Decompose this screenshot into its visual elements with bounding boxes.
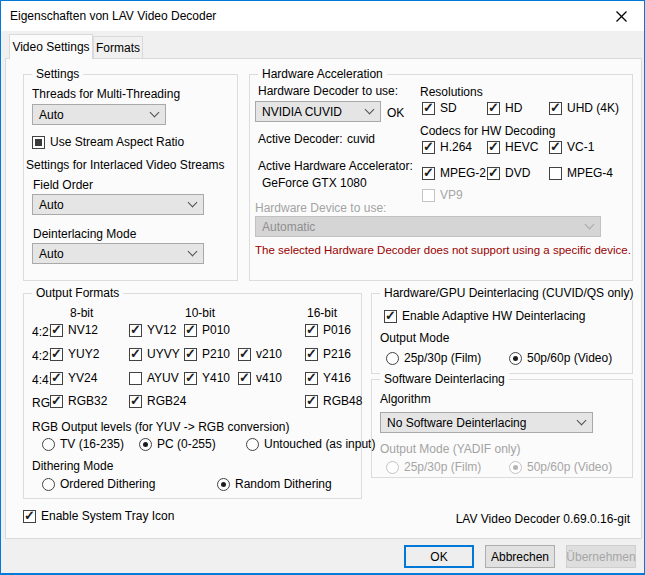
enable-adaptive-hw-deinterlacing-checkbox[interactable]: Enable Adaptive HW Deinterlacing: [384, 309, 585, 323]
random-dithering-radio[interactable]: Random Dithering: [217, 477, 332, 491]
resolutions-label: Resolutions: [420, 85, 483, 99]
checkbox-label: HD: [505, 101, 522, 115]
rgb-level-untouched-radio[interactable]: Untouched (as input): [246, 437, 375, 451]
interlaced-heading: Settings for Interlaced Video Streams: [26, 158, 225, 172]
format-v210-checkbox[interactable]: v210: [238, 347, 282, 361]
checkbox-icon: [50, 372, 63, 385]
checkbox-label: VC-1: [567, 140, 594, 154]
checkbox-label: H.264: [440, 140, 472, 154]
yadif-output-mode-label: Output Mode (YADIF only): [380, 442, 521, 456]
cancel-button[interactable]: Abbrechen: [485, 545, 555, 568]
codec-vp9-checkbox: VP9: [422, 188, 463, 202]
format-yuy2-checkbox[interactable]: YUY2: [50, 347, 99, 361]
resolution-sd-checkbox[interactable]: SD: [422, 101, 457, 115]
checkbox-icon: [549, 141, 562, 154]
radio-label: Ordered Dithering: [60, 477, 155, 491]
codec-h264-checkbox[interactable]: H.264: [422, 140, 472, 154]
field-order-label: Field Order: [33, 178, 93, 192]
format-uyvy-checkbox[interactable]: UYVY: [129, 347, 180, 361]
checkbox-label: YV12: [147, 323, 176, 337]
algorithm-combobox[interactable]: No Software Deinterlacing: [380, 412, 593, 433]
checkbox-icon: [384, 310, 397, 323]
format-yv12-checkbox[interactable]: YV12: [129, 323, 176, 337]
checkbox-label: Use Stream Aspect Ratio: [50, 135, 184, 149]
ordered-dithering-radio[interactable]: Ordered Dithering: [42, 477, 155, 491]
format-y410-checkbox[interactable]: Y410: [184, 371, 230, 385]
checkbox-label: P210: [202, 347, 230, 361]
use-stream-aspect-ratio-checkbox[interactable]: Use Stream Aspect Ratio: [32, 135, 184, 149]
checkbox-icon: [129, 324, 142, 337]
checkbox-label: v410: [256, 371, 282, 385]
format-v410-checkbox[interactable]: v410: [238, 371, 282, 385]
col-header-8bit: 8-bit: [70, 306, 93, 320]
radio-icon: [139, 438, 152, 451]
checkbox-icon: [129, 372, 142, 385]
active-accelerator-value: GeForce GTX 1080: [262, 176, 367, 190]
codec-mpeg2-checkbox[interactable]: MPEG-2: [422, 166, 486, 180]
tab-formats[interactable]: Formats: [93, 36, 143, 59]
format-rgb32-checkbox[interactable]: RGB32: [50, 394, 107, 408]
tab-video-settings[interactable]: Video Settings: [9, 34, 93, 59]
hw-output-mode-label: Output Mode: [380, 331, 449, 345]
checkbox-icon: [32, 136, 45, 149]
rgb-level-tv-radio[interactable]: TV (16-235): [42, 437, 124, 451]
radio-icon: [509, 461, 522, 474]
chevron-down-icon: [188, 247, 198, 257]
close-button[interactable]: [599, 1, 644, 31]
deinterlacing-mode-label: Deinterlacing Mode: [33, 227, 136, 241]
format-p210-checkbox[interactable]: P210: [184, 347, 230, 361]
radio-icon: [42, 438, 55, 451]
hw-mode-video-radio[interactable]: 50p/60p (Video): [509, 351, 612, 365]
format-nv12-checkbox[interactable]: NV12: [50, 323, 98, 337]
hw-device-combobox: Automatic: [255, 216, 601, 237]
threads-combobox-value: Auto: [39, 108, 64, 122]
radio-label: Untouched (as input): [264, 437, 375, 451]
checkbox-icon: [50, 395, 63, 408]
checkbox-icon: [422, 167, 435, 180]
deinterlacing-mode-combobox[interactable]: Auto: [32, 243, 204, 264]
hw-decoder-combobox[interactable]: NVIDIA CUVID: [255, 101, 381, 122]
radio-label: Random Dithering: [235, 477, 332, 491]
rgb-levels-label: RGB Output levels (for YUV -> RGB conver…: [32, 420, 290, 434]
codec-dvd-checkbox[interactable]: DVD: [487, 166, 530, 180]
codec-vc1-checkbox[interactable]: VC-1: [549, 140, 594, 154]
version-text: LAV Video Decoder 0.69.0.16-git: [456, 512, 630, 526]
radio-label: TV (16-235): [60, 437, 124, 451]
radio-icon: [509, 352, 522, 365]
ok-button[interactable]: OK: [404, 545, 474, 568]
radio-label: 50p/60p (Video): [527, 351, 612, 365]
radio-icon: [246, 438, 259, 451]
checkbox-icon: [184, 324, 197, 337]
checkbox-icon: [422, 189, 435, 202]
codec-hevc-checkbox[interactable]: HEVC: [487, 140, 538, 154]
checkbox-label: Enable System Tray Icon: [41, 509, 174, 523]
format-p216-checkbox[interactable]: P216: [305, 347, 351, 361]
checkbox-icon: [238, 372, 251, 385]
checkbox-label: VP9: [440, 188, 463, 202]
format-yv24-checkbox[interactable]: YV24: [50, 371, 97, 385]
rgb-level-pc-radio[interactable]: PC (0-255): [139, 437, 216, 451]
codec-mpeg4-checkbox[interactable]: MPEG-4: [549, 166, 613, 180]
format-ayuv-checkbox[interactable]: AYUV: [129, 371, 179, 385]
field-order-combobox[interactable]: Auto: [32, 194, 204, 215]
enable-system-tray-icon-checkbox[interactable]: Enable System Tray Icon: [23, 509, 174, 523]
resolution-hd-checkbox[interactable]: HD: [487, 101, 522, 115]
checkbox-icon: [184, 348, 197, 361]
output-formats-title: Output Formats: [32, 286, 123, 300]
checkbox-label: AYUV: [147, 371, 179, 385]
checkbox-label: SD: [440, 101, 457, 115]
threads-combobox[interactable]: Auto: [32, 104, 166, 125]
checkbox-icon: [487, 167, 500, 180]
format-p016-checkbox[interactable]: P016: [305, 323, 351, 337]
checkbox-label: UHD (4K): [567, 101, 619, 115]
format-rgb48-checkbox[interactable]: RGB48: [305, 394, 362, 408]
format-y416-checkbox[interactable]: Y416: [305, 371, 351, 385]
resolution-uhd-checkbox[interactable]: UHD (4K): [549, 101, 619, 115]
format-rgb24-checkbox[interactable]: RGB24: [129, 394, 186, 408]
format-p010-checkbox[interactable]: P010: [184, 323, 230, 337]
settings-group: Settings Threads for Multi-Threading Aut…: [23, 74, 238, 281]
title-bar: Eigenschaften von LAV Video Decoder: [1, 1, 644, 31]
hw-mode-film-radio[interactable]: 25p/30p (Film): [386, 351, 481, 365]
chevron-down-icon: [150, 108, 160, 118]
checkbox-icon: [422, 102, 435, 115]
